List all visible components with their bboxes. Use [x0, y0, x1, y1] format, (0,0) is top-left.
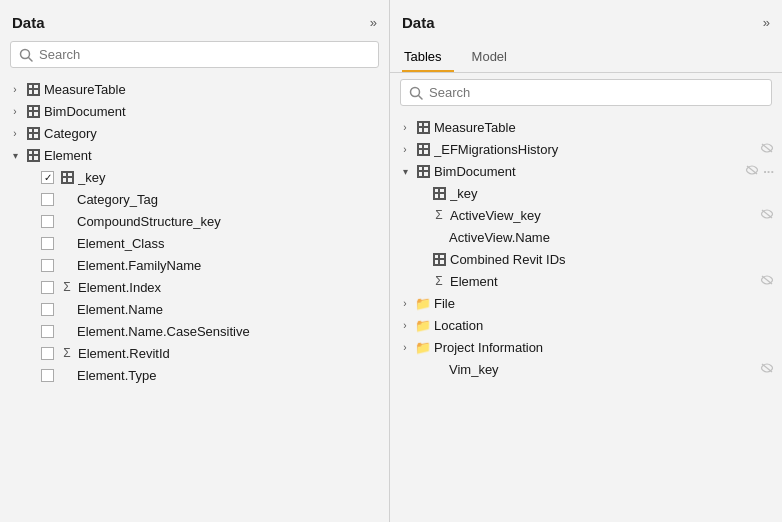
r-chevron-measure [398, 122, 412, 133]
checkbox-element-class[interactable] [41, 237, 54, 250]
right-tree-vim-key[interactable]: Vim_key [390, 358, 782, 380]
r-hidden-icon-bim[interactable] [745, 164, 759, 179]
r-table-icon-measure [415, 119, 431, 135]
r-actions-activeview-key [760, 208, 774, 222]
label-bim-document: BimDocument [44, 104, 381, 119]
right-search-icon [409, 86, 423, 100]
label-element-name: Element.Name [59, 302, 381, 317]
checkbox-compound[interactable] [41, 215, 54, 228]
left-tree: MeasureTable BimDocument Category Elemen… [0, 76, 389, 522]
key-icon-element-key [59, 169, 75, 185]
left-tree-revitid[interactable]: Σ Element.RevitId [0, 342, 389, 364]
r-more-icon-bim[interactable]: ··· [763, 164, 774, 179]
tab-model[interactable]: Model [470, 41, 519, 72]
left-tree-compound[interactable]: CompoundStructure_key [0, 210, 389, 232]
sigma-icon-index: Σ [59, 279, 75, 295]
right-tree-element[interactable]: Σ Element [390, 270, 782, 292]
left-tree-element-class[interactable]: Element_Class [0, 232, 389, 254]
table-icon-element [25, 147, 41, 163]
checkbox-element-key[interactable] [41, 171, 54, 184]
left-tree-element-key[interactable]: _key [0, 166, 389, 188]
r-hidden-icon-vim-key[interactable] [760, 362, 774, 376]
r-chevron-project-info [398, 342, 412, 353]
right-tree-bim-document[interactable]: BimDocument ··· [390, 160, 782, 182]
right-search-input[interactable] [429, 85, 763, 100]
left-tree-category-tag[interactable]: Category_Tag [0, 188, 389, 210]
checkbox-element-name[interactable] [41, 303, 54, 316]
svg-line-1 [29, 57, 33, 61]
left-search-input[interactable] [39, 47, 370, 62]
r-key-icon-bim [431, 185, 447, 201]
chevron-category [8, 128, 22, 139]
r-chevron-ef [398, 144, 412, 155]
svg-line-3 [419, 95, 423, 99]
r-sigma-element: Σ [431, 273, 447, 289]
r-label-combined-revit: Combined Revit IDs [450, 252, 774, 267]
table-icon-bim [25, 103, 41, 119]
left-tree-element-type[interactable]: Element.Type [0, 364, 389, 386]
right-tree-file[interactable]: 📁 File [390, 292, 782, 314]
sigma-icon-revitid: Σ [59, 345, 75, 361]
right-expand-icon[interactable]: » [763, 15, 770, 30]
label-category-tag: Category_Tag [59, 192, 381, 207]
left-tree-element-name[interactable]: Element.Name [0, 298, 389, 320]
checkbox-family-name[interactable] [41, 259, 54, 272]
r-hidden-icon-ef[interactable] [760, 142, 774, 156]
chevron-measure-table [8, 84, 22, 95]
left-tree-bim-document[interactable]: BimDocument [0, 100, 389, 122]
left-tree-name-case[interactable]: Element.Name.CaseSensitive [0, 320, 389, 342]
left-tree-element[interactable]: Element [0, 144, 389, 166]
left-tree-index[interactable]: Σ Element.Index [0, 276, 389, 298]
checkbox-element-type[interactable] [41, 369, 54, 382]
right-tree-project-info[interactable]: 📁 Project Information [390, 336, 782, 358]
right-tree-measure-table[interactable]: MeasureTable [390, 116, 782, 138]
label-compound: CompoundStructure_key [59, 214, 381, 229]
r-folder-icon-project-info: 📁 [415, 339, 431, 355]
checkbox-name-case[interactable] [41, 325, 54, 338]
left-search-box [10, 41, 379, 68]
r-label-element: Element [450, 274, 757, 289]
r-hidden-icon-activeview-key[interactable] [760, 208, 774, 222]
r-folder-icon-location: 📁 [415, 317, 431, 333]
table-icon-category [25, 125, 41, 141]
right-tree-bim-key[interactable]: _key [390, 182, 782, 204]
r-actions-ef [760, 142, 774, 156]
r-label-file: File [434, 296, 774, 311]
right-tree-location[interactable]: 📁 Location [390, 314, 782, 336]
right-panel-header: Data » [390, 0, 782, 41]
r-actions-vim-key [760, 362, 774, 376]
left-expand-icon[interactable]: » [370, 15, 377, 30]
r-label-measure-table: MeasureTable [434, 120, 774, 135]
right-tree: MeasureTable _EFMigrationsHistory BimDoc… [390, 114, 782, 522]
r-chevron-file [398, 298, 412, 309]
r-chevron-bim [398, 166, 412, 177]
left-tree-category[interactable]: Category [0, 122, 389, 144]
tabs-row: Tables Model [390, 41, 782, 73]
r-table-icon-combined [431, 251, 447, 267]
label-name-case: Element.Name.CaseSensitive [59, 324, 381, 339]
left-panel-title: Data [12, 14, 45, 31]
right-tree-ef-migrations[interactable]: _EFMigrationsHistory [390, 138, 782, 160]
checkbox-index[interactable] [41, 281, 54, 294]
r-table-icon-bim [415, 163, 431, 179]
chevron-bim-document [8, 106, 22, 117]
checkbox-revitid[interactable] [41, 347, 54, 360]
right-tree-combined-revit[interactable]: Combined Revit IDs [390, 248, 782, 270]
right-tree-activeview-key[interactable]: Σ ActiveView_key [390, 204, 782, 226]
right-tree-activeview-name[interactable]: ActiveView.Name [390, 226, 782, 248]
label-element: Element [44, 148, 381, 163]
tab-tables[interactable]: Tables [402, 41, 454, 72]
checkbox-category-tag[interactable] [41, 193, 54, 206]
r-label-location: Location [434, 318, 774, 333]
r-actions-element [760, 274, 774, 288]
r-chevron-location [398, 320, 412, 331]
left-tree-measure-table[interactable]: MeasureTable [0, 78, 389, 100]
r-hidden-icon-element[interactable] [760, 274, 774, 288]
r-label-ef-migrations: _EFMigrationsHistory [434, 142, 757, 157]
label-index: Element.Index [78, 280, 381, 295]
label-element-class: Element_Class [59, 236, 381, 251]
left-tree-family-name[interactable]: Element.FamilyName [0, 254, 389, 276]
left-panel-header: Data » [0, 0, 389, 41]
chevron-element [8, 150, 22, 161]
r-label-project-info: Project Information [434, 340, 774, 355]
